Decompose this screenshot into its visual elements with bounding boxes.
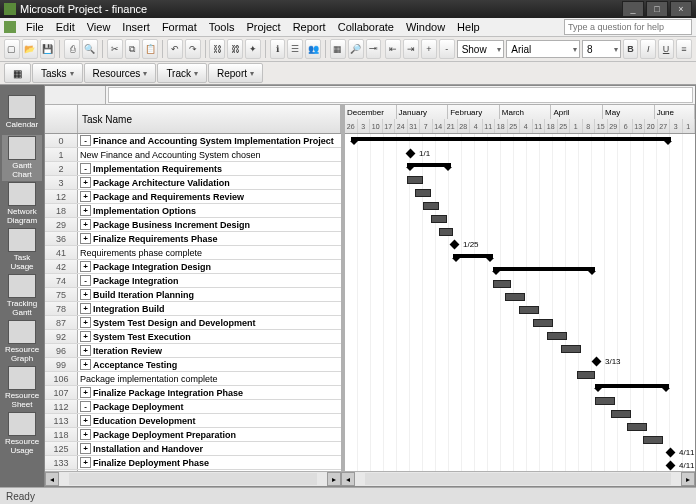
table-row[interactable]: 118+Package Deployment Preparation [45, 428, 341, 442]
table-row[interactable]: 107+Finalize Package Integration Phase [45, 386, 341, 400]
task-bar[interactable] [533, 319, 553, 327]
align-icon[interactable]: ≡ [676, 39, 692, 59]
task-bar[interactable] [519, 306, 539, 314]
task-bar[interactable] [547, 332, 567, 340]
table-row[interactable]: 1New Finance and Accounting System chose… [45, 148, 341, 162]
expand-icon[interactable]: + [80, 387, 91, 398]
info-icon[interactable]: ℹ [270, 39, 286, 59]
task-bar[interactable] [439, 228, 453, 236]
task-name-cell[interactable]: +Build Iteration Planning [78, 288, 341, 301]
expand-icon[interactable]: + [80, 303, 91, 314]
task-name-cell[interactable]: +Implementation Options [78, 204, 341, 217]
viewbar-resusage[interactable]: Resource Usage [2, 411, 42, 457]
task-name-cell[interactable]: +Installation and Handover [78, 442, 341, 455]
table-row[interactable]: 78+Integration Build [45, 302, 341, 316]
goto-icon[interactable]: ⭲ [366, 39, 382, 59]
gantt-body[interactable]: 1/11/253/134/114/11 [345, 134, 695, 471]
guide-toggle-icon[interactable]: ▦ [4, 63, 31, 83]
copy-icon[interactable]: ⧉ [125, 39, 141, 59]
menu-file[interactable]: File [20, 19, 50, 35]
table-row[interactable]: 0-Finance and Accounting System Implemen… [45, 134, 341, 148]
indent-icon[interactable]: ⇥ [403, 39, 419, 59]
table-row[interactable]: 36+Finalize Requirements Phase [45, 232, 341, 246]
table-row[interactable]: 113+Education Development [45, 414, 341, 428]
expand-icon[interactable]: + [80, 233, 91, 244]
table-row[interactable]: 3+Package Architecture Validation [45, 176, 341, 190]
expand-icon[interactable]: + [80, 261, 91, 272]
grid-scroll-track[interactable] [69, 473, 317, 485]
task-name-cell[interactable]: +Package Integration Design [78, 260, 341, 273]
show-combo[interactable]: Show [457, 40, 505, 58]
expand-icon[interactable]: - [80, 135, 91, 146]
menu-window[interactable]: Window [400, 19, 451, 35]
task-name-cell[interactable]: -Implementation Requirements [78, 162, 341, 175]
expand-icon[interactable]: + [80, 289, 91, 300]
hideoutline-icon[interactable]: - [439, 39, 455, 59]
task-bar[interactable] [407, 176, 423, 184]
menu-collaborate[interactable]: Collaborate [332, 19, 400, 35]
task-name-cell[interactable]: +Acceptance Testing [78, 358, 341, 371]
task-name-cell[interactable]: +Package Business Increment Design [78, 218, 341, 231]
task-name-cell[interactable]: +Finalize Requirements Phase [78, 232, 341, 245]
notes-icon[interactable]: ☰ [287, 39, 303, 59]
task-name-cell[interactable]: -Finance and Accounting System Implement… [78, 134, 341, 147]
table-row[interactable]: 106Package implementation complete [45, 372, 341, 386]
minimize-button[interactable]: _ [622, 1, 644, 17]
table-row[interactable]: 133+Finalize Deployment Phase [45, 456, 341, 470]
expand-icon[interactable]: - [80, 163, 91, 174]
expand-icon[interactable]: - [80, 401, 91, 412]
expand-icon[interactable]: + [80, 205, 91, 216]
save-icon[interactable]: 💾 [40, 39, 56, 59]
grid-scroll-right-icon[interactable]: ▸ [327, 472, 341, 486]
task-name-cell[interactable]: -Package Deployment [78, 400, 341, 413]
task-name-cell[interactable]: -Package Integration [78, 274, 341, 287]
task-bar[interactable] [595, 397, 615, 405]
viewbar-ressheet[interactable]: Resource Sheet [2, 365, 42, 411]
link-icon[interactable]: ⛓ [209, 39, 225, 59]
grid-scroll-left-icon[interactable]: ◂ [45, 472, 59, 486]
split-icon[interactable]: ✦ [245, 39, 261, 59]
help-search-input[interactable] [564, 19, 692, 35]
menu-help[interactable]: Help [451, 19, 486, 35]
menu-project[interactable]: Project [240, 19, 286, 35]
preview-icon[interactable]: 🔍 [82, 39, 98, 59]
viewbar-gantt[interactable]: Gantt Chart [2, 135, 42, 181]
task-name-cell[interactable]: Package implementation complete [78, 372, 341, 385]
italic-icon[interactable]: I [640, 39, 656, 59]
gantt-scroll-track[interactable] [365, 473, 671, 485]
table-row[interactable]: 29+Package Business Increment Design [45, 218, 341, 232]
viewbar-taskusage[interactable]: Task Usage [2, 227, 42, 273]
table-row[interactable]: 18+Implementation Options [45, 204, 341, 218]
table-row[interactable]: 96+Iteration Review [45, 344, 341, 358]
resources-button[interactable]: Resources▾ [84, 63, 157, 83]
task-name-cell[interactable]: +Iteration Review [78, 344, 341, 357]
table-row[interactable]: 125+Installation and Handover [45, 442, 341, 456]
table-row[interactable]: 2-Implementation Requirements [45, 162, 341, 176]
showoutline-icon[interactable]: + [421, 39, 437, 59]
group-icon[interactable]: ▦ [330, 39, 346, 59]
zoom-icon[interactable]: 🔎 [348, 39, 364, 59]
task-bar[interactable] [627, 423, 647, 431]
menu-insert[interactable]: Insert [116, 19, 156, 35]
cut-icon[interactable]: ✂ [107, 39, 123, 59]
bold-icon[interactable]: B [623, 39, 639, 59]
task-name-cell[interactable]: +Education Development [78, 414, 341, 427]
menu-view[interactable]: View [81, 19, 117, 35]
table-row[interactable]: 99+Acceptance Testing [45, 358, 341, 372]
font-size-combo[interactable]: 8 [582, 40, 620, 58]
expand-icon[interactable]: + [80, 191, 91, 202]
task-bar[interactable] [643, 436, 663, 444]
print-icon[interactable]: ⎙ [64, 39, 80, 59]
table-row[interactable]: 92+System Test Execution [45, 330, 341, 344]
font-name-combo[interactable]: Arial [506, 40, 580, 58]
task-name-cell[interactable]: +Integration Build [78, 302, 341, 315]
viewbar-tracking[interactable]: Tracking Gantt [2, 273, 42, 319]
task-name-cell[interactable]: +System Test Execution [78, 330, 341, 343]
paste-icon[interactable]: 📋 [142, 39, 158, 59]
close-button[interactable]: × [670, 1, 692, 17]
table-row[interactable]: 87+System Test Design and Development [45, 316, 341, 330]
menu-report[interactable]: Report [287, 19, 332, 35]
track-button[interactable]: Track▾ [157, 63, 207, 83]
task-name-cell[interactable]: +Finalize Package Integration Phase [78, 386, 341, 399]
table-row[interactable]: 41Requirements phase complete [45, 246, 341, 260]
